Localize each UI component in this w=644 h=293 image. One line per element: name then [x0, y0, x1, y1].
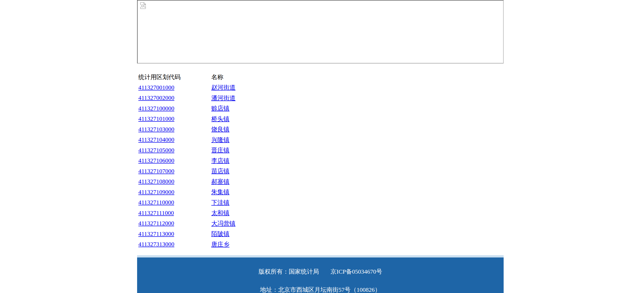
division-code-link[interactable]: 411327100000: [138, 105, 174, 112]
code-cell: 411327111000: [137, 208, 211, 218]
division-name-link[interactable]: 桥头镇: [211, 116, 229, 122]
name-cell: 下洼镇: [211, 197, 235, 208]
division-code-link[interactable]: 411327105000: [138, 147, 174, 153]
division-name-link[interactable]: 苗店镇: [211, 168, 229, 174]
table-row: 411327113000 陌陂镇: [137, 229, 235, 239]
division-name-link[interactable]: 赊店镇: [211, 105, 229, 112]
code-cell: 411327109000: [137, 187, 211, 198]
code-cell: 411327103000: [137, 124, 211, 135]
code-cell: 411327107000: [137, 166, 211, 177]
media-placeholder-box: [137, 0, 504, 63]
name-cell: 兴隆镇: [211, 135, 235, 145]
division-code-link[interactable]: 411327001000: [138, 84, 174, 91]
broken-image-icon: [140, 2, 146, 9]
icp-number: 京ICP备05034670号: [331, 268, 382, 275]
code-cell: 411327101000: [137, 114, 211, 124]
division-name-link[interactable]: 朱集镇: [211, 189, 229, 195]
division-code-link[interactable]: 411327103000: [138, 126, 174, 133]
table-row: 411327109000 朱集镇: [137, 187, 235, 198]
table-row: 411327001000 赵河街道: [137, 82, 235, 93]
code-cell: 411327104000: [137, 135, 211, 145]
division-name-link[interactable]: 兴隆镇: [211, 137, 229, 143]
name-cell: 赊店镇: [211, 103, 235, 114]
division-name-link[interactable]: 唐庄乡: [211, 241, 229, 248]
division-table-body: 411327001000 赵河街道 411327002000 潘河街道 4113…: [137, 82, 235, 250]
code-cell: 411327105000: [137, 145, 211, 156]
table-row: 411327002000 潘河街道: [137, 93, 235, 103]
table-row: 411327100000 赊店镇: [137, 103, 235, 114]
division-code-link[interactable]: 411327112000: [138, 220, 174, 226]
table-row: 411327106000 李店镇: [137, 155, 235, 166]
column-header-code: 统计用区划代码: [137, 72, 211, 82]
division-code-link[interactable]: 411327109000: [138, 189, 174, 195]
footer-copyright-line: 版权所有：国家统计局京ICP备05034670号: [137, 268, 504, 276]
division-code-link[interactable]: 411327106000: [138, 157, 174, 164]
division-code-link[interactable]: 411327111000: [138, 210, 174, 216]
page-content: 统计用区划代码 名称 411327001000 赵河街道 41132700200…: [137, 0, 504, 293]
name-cell: 郝寨镇: [211, 176, 235, 187]
name-cell: 饶良镇: [211, 124, 235, 135]
code-cell: 411327110000: [137, 197, 211, 208]
footer: 版权所有：国家统计局京ICP备05034670号 地址：北京市西城区月坛南街57…: [137, 255, 504, 293]
division-name-link[interactable]: 晋庄镇: [211, 147, 229, 153]
division-code-link[interactable]: 411327113000: [138, 231, 174, 237]
table-row: 411327313000 唐庄乡: [137, 239, 235, 250]
name-cell: 晋庄镇: [211, 145, 235, 156]
division-code-link[interactable]: 411327108000: [138, 178, 174, 185]
division-name-link[interactable]: 潘河街道: [211, 95, 235, 101]
table-row: 411327104000 兴隆镇: [137, 135, 235, 145]
division-name-link[interactable]: 陌陂镇: [211, 231, 229, 237]
name-cell: 苗店镇: [211, 166, 235, 177]
table-row: 411327107000 苗店镇: [137, 166, 235, 177]
table-row: 411327111000 太和镇: [137, 208, 235, 218]
name-cell: 李店镇: [211, 155, 235, 166]
table-row: 411327110000 下洼镇: [137, 197, 235, 208]
name-cell: 太和镇: [211, 208, 235, 218]
name-cell: 朱集镇: [211, 187, 235, 198]
name-cell: 大冯营镇: [211, 218, 235, 229]
division-code-link[interactable]: 411327313000: [138, 241, 174, 247]
code-cell: 411327108000: [137, 176, 211, 187]
name-cell: 赵河街道: [211, 82, 235, 93]
code-cell: 411327002000: [137, 93, 211, 103]
division-name-link[interactable]: 大冯营镇: [211, 220, 235, 227]
division-code-link[interactable]: 411327107000: [138, 168, 174, 174]
name-cell: 唐庄乡: [211, 239, 235, 250]
table-header-row: 统计用区划代码 名称: [137, 72, 235, 82]
division-code-link[interactable]: 411327002000: [138, 94, 174, 101]
table-row: 411327108000 郝寨镇: [137, 176, 235, 187]
division-code-link[interactable]: 411327101000: [138, 115, 174, 122]
division-name-link[interactable]: 下洼镇: [211, 199, 229, 206]
table-row: 411327112000 大冯营镇: [137, 218, 235, 229]
division-code-link[interactable]: 411327110000: [138, 199, 174, 206]
code-cell: 411327313000: [137, 239, 211, 250]
footer-address-line: 地址：北京市西城区月坛南街57号（100826）: [137, 286, 504, 293]
table-row: 411327105000 晋庄镇: [137, 145, 235, 156]
division-code-link[interactable]: 411327104000: [138, 136, 174, 143]
code-cell: 411327112000: [137, 218, 211, 229]
division-table: 统计用区划代码 名称 411327001000 赵河街道 41132700200…: [137, 72, 235, 250]
division-name-link[interactable]: 赵河街道: [211, 84, 235, 91]
code-cell: 411327100000: [137, 103, 211, 114]
division-name-link[interactable]: 郝寨镇: [211, 178, 229, 185]
division-name-link[interactable]: 饶良镇: [211, 126, 229, 133]
name-cell: 陌陂镇: [211, 229, 235, 239]
table-row: 411327101000 桥头镇: [137, 114, 235, 124]
name-cell: 桥头镇: [211, 114, 235, 124]
column-header-name: 名称: [211, 72, 235, 82]
division-name-link[interactable]: 太和镇: [211, 210, 229, 216]
code-cell: 411327001000: [137, 82, 211, 93]
code-cell: 411327113000: [137, 229, 211, 239]
code-cell: 411327106000: [137, 155, 211, 166]
name-cell: 潘河街道: [211, 93, 235, 103]
copyright-text: 版权所有：国家统计局: [259, 268, 319, 275]
division-name-link[interactable]: 李店镇: [211, 157, 229, 164]
table-row: 411327103000 饶良镇: [137, 124, 235, 135]
